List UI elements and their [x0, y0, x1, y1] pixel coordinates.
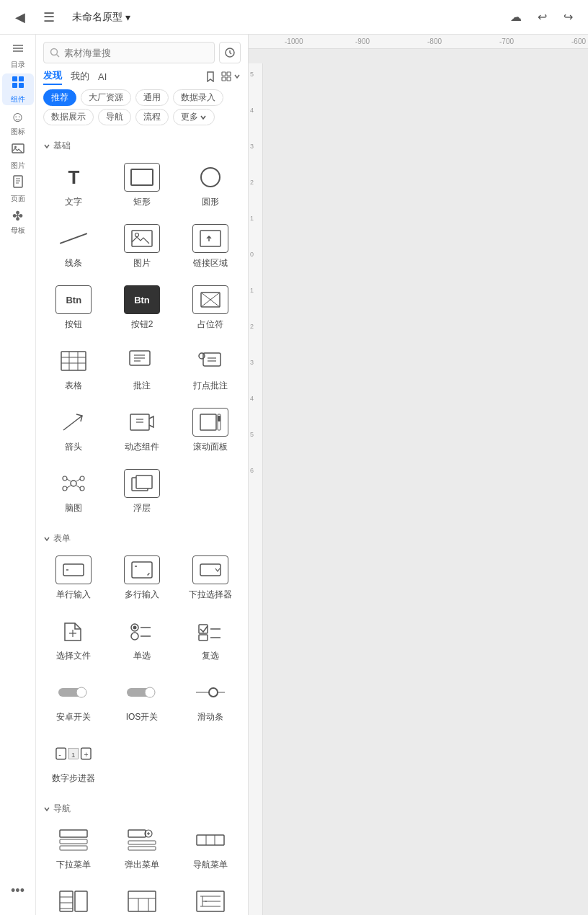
rect-label: 矩形: [133, 196, 151, 208]
comp-button[interactable]: Btn 按钮: [40, 277, 107, 337]
dropdown-label: 下拉选择器: [189, 589, 232, 601]
tab-mine[interactable]: 我的: [71, 68, 89, 84]
comp-navmenu[interactable]: 导航菜单: [177, 818, 244, 878]
search-wrapper[interactable]: [43, 42, 215, 63]
svg-point-75: [76, 687, 86, 697]
canvas-content[interactable]: [263, 49, 588, 915]
comp-placeholder[interactable]: 占位符: [177, 277, 244, 337]
svg-rect-103: [128, 891, 156, 911]
comp-radio[interactable]: 单选: [109, 609, 176, 669]
tab-discover[interactable]: 发现: [43, 68, 62, 85]
comp-multiinput[interactable]: 多行输入: [109, 548, 176, 607]
comp-stepper[interactable]: -1+ 数字步进器: [40, 731, 107, 791]
comp-annotation[interactable]: 批注: [109, 339, 176, 398]
comp-dropdownmenu[interactable]: 下拉菜单: [40, 818, 107, 878]
svg-rect-86: [60, 830, 87, 837]
comp-line[interactable]: 线条: [40, 216, 107, 276]
bookmark-icon[interactable]: [205, 71, 216, 82]
float-icon: [124, 469, 160, 498]
tab-ai[interactable]: AI: [98, 70, 107, 84]
circle-icon: [192, 163, 228, 192]
comp-table[interactable]: 表格: [40, 339, 107, 398]
comp-popupmenu[interactable]: 弹出菜单: [109, 818, 176, 878]
comp-dot-annotation[interactable]: 打点批注: [177, 339, 244, 398]
stepper-icon: -1+: [55, 739, 92, 768]
filter-bigfactory[interactable]: 大厂资源: [81, 89, 131, 106]
comp-checkbox[interactable]: 复选: [177, 609, 244, 669]
comp-slider[interactable]: 滑动条: [177, 670, 244, 730]
comp-fileinput[interactable]: 选择文件: [40, 609, 107, 669]
tree-icon: [192, 887, 228, 915]
comp-ios-switch[interactable]: IOS开关: [109, 670, 176, 730]
section-header-basic[interactable]: 基础: [36, 134, 248, 155]
sidebar-label-component: 组件: [11, 94, 25, 104]
comp-circle[interactable]: 圆形: [177, 155, 244, 215]
text-icon: T: [55, 163, 92, 192]
comp-dynamic[interactable]: 动态组件: [109, 400, 176, 460]
sidebar-item-more[interactable]: •••: [2, 875, 34, 906]
svg-rect-5: [12, 83, 17, 88]
comp-singleinput[interactable]: 单行输入: [40, 548, 107, 607]
filter-tags-row1: 推荐 大厂资源 通用 数据录入: [36, 89, 248, 109]
scroll-icon: [192, 408, 228, 437]
comp-float[interactable]: 浮层: [109, 461, 176, 521]
line-label: 线条: [65, 257, 82, 269]
filter-recommend[interactable]: 推荐: [43, 89, 76, 106]
sidebar-item-icon[interactable]: ☺ 图标: [2, 107, 34, 138]
undo-button[interactable]: ↩: [530, 6, 553, 29]
grid-view-toggle[interactable]: [220, 71, 241, 82]
canvas-area[interactable]: -1000 -900 -800 -700 -600 5 4 3 2 1 0 1: [249, 35, 588, 915]
sidebar-label-template: 母板: [11, 226, 25, 236]
ios-switch-label: IOS开关: [126, 711, 159, 723]
filter-flow[interactable]: 流程: [135, 109, 169, 125]
filter-nav[interactable]: 导航: [98, 109, 131, 125]
search-input[interactable]: [64, 48, 208, 58]
cloud-button[interactable]: ☁: [504, 6, 527, 29]
verticalmenu-icon: [55, 887, 92, 915]
comp-image[interactable]: 图片: [109, 216, 176, 276]
filter-datainput[interactable]: 数据录入: [173, 89, 223, 106]
comp-rect[interactable]: 矩形: [109, 155, 176, 215]
sidebar-item-template[interactable]: ✤ 母板: [2, 206, 34, 238]
arrow-icon: [55, 408, 92, 437]
panel-body: 基础 T 文字 矩形: [36, 131, 248, 915]
basic-grid: T 文字 矩形 圆形: [36, 155, 248, 521]
svg-rect-3: [12, 76, 17, 81]
comp-mindmap[interactable]: 脑图: [40, 461, 107, 521]
sidebar-item-catalog[interactable]: 目录: [2, 40, 34, 72]
section-label-form: 表单: [53, 532, 71, 545]
comp-button2[interactable]: Btn 按钮2: [109, 277, 176, 337]
svg-rect-99: [75, 891, 87, 911]
filter-datadisplay[interactable]: 数据展示: [43, 109, 94, 125]
sidebar-item-image[interactable]: 图片: [2, 140, 34, 171]
comp-linkarea[interactable]: 链接区域: [177, 216, 244, 276]
sidebar-label-page: 页面: [11, 194, 25, 204]
catalog-icon: [12, 43, 24, 58]
scroll-label: 滚动面板: [193, 441, 228, 453]
comp-arrow[interactable]: 箭头: [40, 400, 107, 460]
doc-title[interactable]: 未命名原型 ▾: [66, 8, 136, 27]
svg-rect-88: [60, 846, 87, 850]
redo-button[interactable]: ↪: [556, 6, 579, 29]
panel-tabs: 发现 我的 AI: [36, 68, 248, 89]
sidebar-item-page[interactable]: 页面: [2, 173, 34, 205]
sidebar-item-component[interactable]: 组件: [2, 73, 34, 105]
section-header-nav[interactable]: 导航: [36, 797, 248, 818]
comp-android-switch[interactable]: 安卓开关: [40, 670, 107, 730]
back-button[interactable]: ◀: [9, 6, 32, 29]
filter-common[interactable]: 通用: [135, 89, 169, 106]
comp-text[interactable]: T 文字: [40, 155, 107, 215]
icon-icon: ☺: [10, 109, 24, 125]
comp-dropdown[interactable]: 下拉选择器: [177, 548, 244, 607]
svg-line-51: [67, 479, 71, 481]
comp-verticalmenu[interactable]: 垂直菜单: [40, 879, 107, 915]
history-button[interactable]: [219, 42, 241, 63]
menu-button[interactable]: ☰: [37, 6, 61, 29]
filter-more[interactable]: 更多: [173, 109, 215, 125]
svg-rect-35: [203, 353, 220, 366]
comp-tree[interactable]: 树形组件: [177, 879, 244, 915]
comp-scroll[interactable]: 滚动面板: [177, 400, 244, 460]
filter-tags-row2: 数据展示 导航 流程 更多: [36, 109, 248, 128]
comp-horizontalmenu[interactable]: 水平菜单: [109, 879, 176, 915]
section-header-form[interactable]: 表单: [36, 527, 248, 548]
